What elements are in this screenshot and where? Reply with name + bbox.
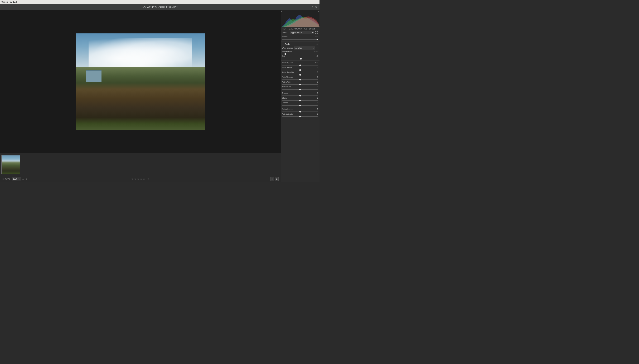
star-4[interactable]: ☆ [140,178,142,180]
auto-shadows-row: Auto Shadows 0 [281,76,319,81]
basic-section-header[interactable]: ▼ Basic 👁 [281,42,319,46]
auto-shadows-label: Auto Shadows [282,76,293,78]
delete-icon[interactable]: 🗑 [147,178,150,180]
profile-row: Profile Apple ProRaw Adobe Color Adobe L… [281,30,319,35]
profile-label: Profile [282,32,289,34]
bottom-bar: Fit (47.3%) 100% 50% 25% Fit ☰ ⧖ ☆ ☆ ☆ ☆… [0,176,281,182]
share-icon[interactable]: ↑ [312,5,313,8]
white-balance-label: White balance [282,47,293,49]
clouds-layer [89,38,192,72]
auto-blacks-value: 0 [317,86,318,88]
auto-vibrance-slider[interactable] [282,112,318,112]
tint-row: Tint +7 [281,55,319,60]
histogram-chart [281,10,319,27]
profile-select[interactable]: Apple ProRaw Adobe Color Adobe Landscape… [290,31,314,34]
image-area [0,10,281,154]
auto-blacks-row: Auto Blacks 0 [281,86,319,90]
auto-whites-row: Auto Whites 0 [281,81,319,86]
auto-whites-slider[interactable] [282,84,318,85]
auto-shadows-slider[interactable] [282,80,318,80]
star-rating: ☆ ☆ ☆ ☆ ☆ 🗑 [131,178,150,180]
auto-exposure-label: Auto Exposure [282,62,293,64]
filmstrip [0,154,281,176]
clarity-row: Clarity 0 [281,97,319,102]
temperature-row: Temperature 5350 [281,50,319,55]
auto-contrast-label: Auto Contrast [282,66,293,68]
single-view-button[interactable]: ▭ [270,177,274,181]
auto-contrast-slider[interactable] [282,70,318,70]
basic-section-title: Basic [285,43,316,45]
white-balance-select[interactable]: As Shot Auto Daylight Cloudy Shade Tungs… [294,46,315,50]
zoom-controls: Fit (47.3%) 100% 50% 25% Fit ☰ ⧖ [2,178,27,180]
basic-chevron-icon: ▼ [282,43,284,45]
auto-highlights-slider[interactable] [282,75,318,75]
exif-iso: ISO 64 [282,28,287,30]
tint-label: Tint [282,55,285,57]
temperature-label: Temperature [282,50,292,52]
amount-slider-container [281,38,319,41]
zoom-select[interactable]: 100% 50% 25% Fit [12,178,21,180]
amount-slider[interactable] [282,39,318,40]
top-actions: ↑ ⚙ [312,5,317,8]
texture-row: Texture 0 [281,92,319,97]
tint-value: +7 [316,55,318,57]
profile-grid-icon[interactable] [315,31,318,34]
dehaze-slider[interactable] [282,105,318,106]
temperature-slider[interactable] [282,54,318,54]
texture-value: 0 [317,92,318,94]
auto-saturation-label: Auto Saturation [282,113,294,115]
auto-exposure-value: 0.00 [315,62,318,64]
auto-blacks-slider[interactable] [282,89,318,90]
center-panel: Fit (47.3%) 100% 50% 25% Fit ☰ ⧖ ☆ ☆ ☆ ☆… [0,10,281,182]
filter-icon[interactable]: ⧖ [26,178,27,180]
filmstrip-thumbnail[interactable] [2,155,20,174]
auto-vibrance-label: Auto Vibrance [282,108,293,110]
app-title: Camera Raw 15.2 [2,1,17,3]
tint-slider[interactable] [282,58,318,59]
settings-icon[interactable]: ⚙ [315,5,317,8]
auto-whites-value: 0 [317,81,318,83]
separator-2 [281,60,319,61]
amount-label: Amount [282,36,313,38]
exif-bar: ISO 64 2.2-9.0@6.9 mm f/1.8 1/6400s [281,27,319,30]
auto-contrast-value: 0 [317,66,318,68]
separator-1 [281,42,319,42]
auto-exposure-row: Auto Exposure 0.00 [281,61,319,66]
separator-3 [281,91,319,91]
dehaze-label: Dehaze [282,102,288,104]
auto-saturation-value: 0 [317,113,318,115]
clarity-slider[interactable] [282,100,318,101]
main-layout: Fit (47.3%) 100% 50% 25% Fit ☰ ⧖ ☆ ☆ ☆ ☆… [0,10,319,182]
histogram [281,10,319,27]
auto-vibrance-row: Auto Vibrance 0 [281,108,319,113]
fit-label: Fit (47.3%) [2,178,11,180]
exif-fstop: f/1.8 [304,28,307,30]
white-balance-row: White balance As Shot Auto Daylight Clou… [281,46,319,50]
top-bar: IMG_0386.DNG - Apple iPhone 14 Pro ↑ ⚙ [0,4,319,10]
star-3[interactable]: ☆ [137,178,139,180]
eyedropper-icon[interactable]: ✒ [316,47,318,49]
auto-highlights-value: 0 [317,71,318,73]
title-bar: Camera Raw 15.2 [0,0,319,4]
auto-vibrance-value: 0 [317,108,318,110]
dehaze-row: Dehaze 0 [281,102,319,106]
auto-saturation-slider[interactable] [282,116,318,117]
auto-exposure-slider[interactable] [282,65,318,66]
texture-slider[interactable] [282,96,318,96]
basic-visibility-icon[interactable]: 👁 [316,43,318,45]
star-5[interactable]: ☆ [143,178,145,180]
amount-row: Amount 100 [281,35,319,38]
star-1[interactable]: ☆ [131,178,133,180]
sort-icon[interactable]: ☰ [22,178,24,180]
filename-label: IMG_0386.DNG - Apple iPhone 14 Pro [142,6,177,8]
view-toggle: ▭ ⧉ [270,177,279,181]
separator-4 [281,107,319,107]
clarity-label: Clarity [282,97,287,99]
texture-label: Texture [282,92,288,94]
star-2[interactable]: ☆ [134,178,136,180]
exif-shutter: 1/6400s [309,28,315,30]
temperature-value: 5350 [314,50,318,52]
split-view-button[interactable]: ⧉ [275,177,279,181]
auto-blacks-label: Auto Blacks [282,86,291,88]
auto-highlights-label: Auto Highlights [282,71,294,73]
